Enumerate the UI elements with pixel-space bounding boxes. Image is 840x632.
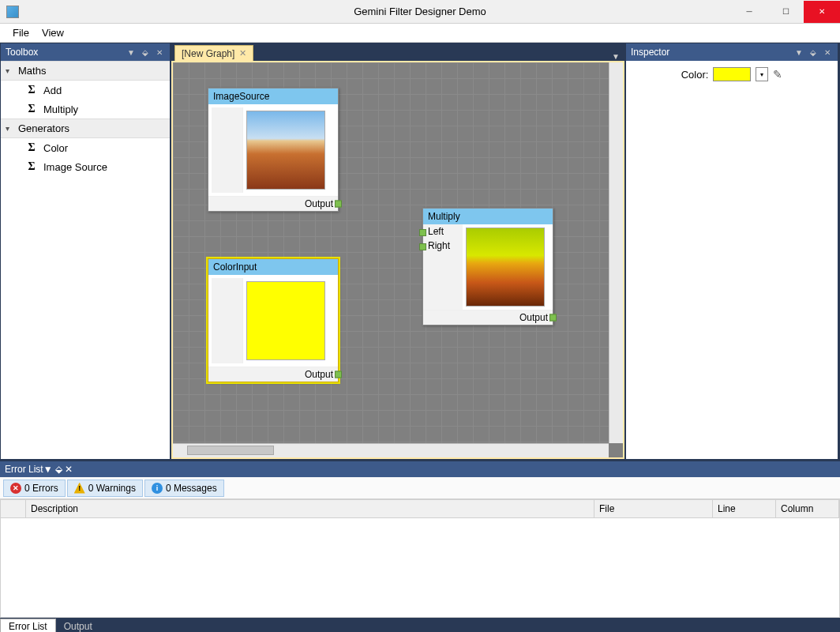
error-filters: ✕ 0 Errors ! 0 Warnings i 0 Messages: [0, 477, 840, 499]
item-label: Color: [43, 142, 68, 154]
table-header-icon[interactable]: [1, 500, 26, 517]
bottom-tabstrip: Error List Output: [0, 618, 840, 632]
color-swatch[interactable]: [713, 67, 751, 81]
close-button[interactable]: ✕: [804, 1, 840, 23]
item-label: Add: [43, 85, 62, 96]
sigma-icon: Σ: [24, 141, 39, 154]
sigma-icon: Σ: [24, 103, 39, 115]
toolbox-item-color[interactable]: Σ Color: [1, 138, 170, 157]
document-tabstrip: [New Graph] ✕ ▼: [171, 43, 624, 61]
maximize-button[interactable]: ☐: [767, 1, 804, 23]
eyedropper-icon[interactable]: ✎: [773, 68, 782, 81]
node-title[interactable]: Multiply: [423, 209, 553, 224]
close-icon[interactable]: ✕: [822, 47, 833, 58]
input-port-right[interactable]: [419, 243, 426, 250]
toolbox-item-add[interactable]: Σ Add: [1, 81, 170, 100]
toolbox-item-multiply[interactable]: Σ Multiply: [1, 100, 170, 118]
pin-icon[interactable]: ⬙: [55, 464, 62, 475]
dropdown-icon[interactable]: ▼: [612, 52, 620, 61]
main-shell: Toolbox ▼ ⬙ ✕ ▾ Maths Σ Add Σ Multiply ▾…: [0, 43, 840, 460]
item-label: Multiply: [43, 103, 78, 115]
inspector-header[interactable]: Inspector ▼ ⬙ ✕: [626, 43, 838, 61]
app-icon: [6, 6, 19, 18]
sigma-icon: Σ: [24, 160, 39, 173]
toolbox-item-image-source[interactable]: Σ Image Source: [1, 157, 170, 176]
dropdown-icon[interactable]: ▼: [126, 47, 137, 58]
table-header-description[interactable]: Description: [26, 500, 594, 517]
table-header-file[interactable]: File: [594, 500, 713, 517]
inspector-title: Inspector: [631, 47, 669, 58]
horizontal-scrollbar[interactable]: [173, 443, 609, 457]
inspector-panel: Inspector ▼ ⬙ ✕ Color: ▾ ✎: [625, 43, 838, 460]
node-sidebar: [212, 278, 243, 363]
error-list-panel: Error List ▼ ⬙ ✕ ✕ 0 Errors ! 0 Warnings…: [0, 460, 840, 618]
output-port[interactable]: [335, 201, 342, 208]
window-controls: ─ ☐ ✕: [731, 1, 840, 23]
toolbox-header[interactable]: Toolbox ▼ ⬙ ✕: [1, 43, 170, 61]
node-preview-image: [246, 111, 325, 190]
dropdown-icon[interactable]: ▼: [43, 464, 53, 475]
tab-output[interactable]: Output: [56, 619, 100, 632]
graph-panel: [New Graph] ✕ ▼ ImageSource: [171, 43, 625, 460]
section-label: Generators: [18, 122, 69, 134]
toolbox-panel: Toolbox ▼ ⬙ ✕ ▾ Maths Σ Add Σ Multiply ▾…: [0, 43, 171, 460]
inspector-color-row: Color: ▾ ✎: [642, 67, 822, 81]
input-label: Right: [428, 240, 450, 251]
node-imagesource[interactable]: ImageSource Output: [208, 88, 339, 212]
table-header-line[interactable]: Line: [713, 500, 776, 517]
output-label: Output: [519, 312, 548, 323]
menu-file[interactable]: File: [6, 25, 36, 40]
document-tab[interactable]: [New Graph] ✕: [174, 45, 253, 61]
node-output: Output: [423, 310, 553, 325]
pin-icon[interactable]: ⬙: [808, 47, 819, 58]
color-label: Color:: [681, 69, 709, 81]
input-left: Left: [423, 224, 463, 239]
pin-icon[interactable]: ⬙: [140, 47, 151, 58]
menu-view[interactable]: View: [36, 25, 70, 40]
chevron-down-icon: ▾: [6, 124, 15, 133]
node-preview-image: [466, 228, 545, 307]
error-list-header[interactable]: Error List ▼ ⬙ ✕: [0, 461, 840, 477]
minimize-button[interactable]: ─: [731, 1, 767, 23]
node-sidebar: [212, 107, 243, 193]
error-table: Description File Line Column: [0, 499, 840, 618]
table-header-row: Description File Line Column: [1, 500, 839, 518]
close-icon[interactable]: ✕: [154, 47, 165, 58]
info-icon: i: [152, 483, 163, 494]
node-output: Output: [208, 367, 338, 382]
node-multiply[interactable]: Multiply Left Right: [422, 208, 553, 325]
color-dropdown-button[interactable]: ▾: [756, 67, 768, 81]
warning-icon: !: [74, 483, 85, 494]
tab-error-list[interactable]: Error List: [0, 619, 56, 632]
close-icon[interactable]: ✕: [239, 48, 246, 58]
error-list-title: Error List: [5, 464, 43, 475]
filter-label: 0 Warnings: [88, 483, 136, 494]
table-header-column[interactable]: Column: [776, 500, 839, 517]
node-title[interactable]: ColorInput: [208, 259, 338, 275]
title-bar: Gemini Filter Designer Demo ─ ☐ ✕: [0, 0, 840, 24]
node-title[interactable]: ImageSource: [208, 88, 338, 104]
output-port[interactable]: [549, 314, 557, 322]
chevron-down-icon: ▾: [6, 66, 15, 75]
filter-label: 0 Errors: [24, 483, 58, 494]
filter-errors[interactable]: ✕ 0 Errors: [3, 480, 66, 497]
node-preview-color: [246, 281, 325, 360]
filter-messages[interactable]: i 0 Messages: [144, 480, 224, 497]
sigma-icon: Σ: [24, 84, 39, 96]
graph-canvas[interactable]: ImageSource Output ColorInput: [173, 62, 609, 443]
section-label: Maths: [18, 65, 46, 77]
vertical-scrollbar[interactable]: [609, 62, 623, 443]
output-label: Output: [305, 198, 333, 209]
close-icon[interactable]: ✕: [65, 464, 73, 475]
input-port-left[interactable]: [419, 229, 426, 236]
graph-canvas-wrap: ImageSource Output ColorInput: [171, 61, 624, 459]
tab-label: [New Graph]: [182, 48, 234, 59]
toolbox-section-maths[interactable]: ▾ Maths: [1, 61, 170, 81]
node-colorinput[interactable]: ColorInput Output: [208, 258, 339, 382]
filter-warnings[interactable]: ! 0 Warnings: [67, 480, 143, 497]
toolbox-section-generators[interactable]: ▾ Generators: [1, 118, 170, 138]
output-port[interactable]: [335, 371, 342, 378]
dropdown-icon[interactable]: ▼: [793, 47, 804, 58]
filter-label: 0 Messages: [166, 483, 217, 494]
scrollbar-thumb[interactable]: [187, 446, 274, 455]
